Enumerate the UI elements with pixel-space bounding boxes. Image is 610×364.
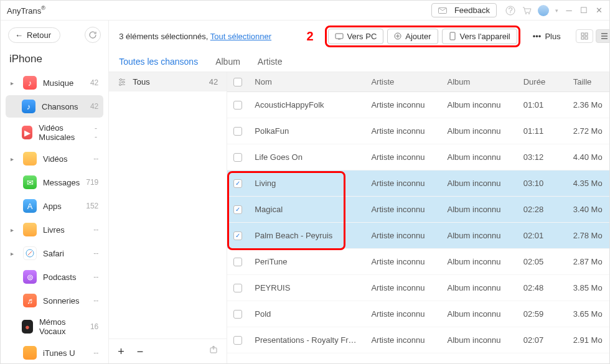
chevron-icon: ▸ xyxy=(11,156,17,162)
cell-size: 3.65 Mo xyxy=(567,304,610,324)
dropdown-icon[interactable]: ▾ xyxy=(555,7,558,14)
sidebar-item-mémos-vocaux[interactable]: ●Mémos Vocaux16 xyxy=(6,313,103,340)
sidebar-count: 719 xyxy=(86,178,98,187)
table-row[interactable]: LivingArtiste inconnuAlbum inconnu03:104… xyxy=(227,170,610,197)
cell-size: 2.91 Mo xyxy=(567,330,610,350)
row-checkbox[interactable] xyxy=(233,258,242,266)
sidebar-item-safari[interactable]: ▸Safari-- xyxy=(6,242,103,264)
select-all-link[interactable]: Tout sélectionner xyxy=(210,32,271,41)
to-pc-icon xyxy=(335,32,344,40)
minimize-button[interactable]: ─ xyxy=(565,6,573,15)
plus-icon xyxy=(394,32,401,40)
sidebar-item-vidéos-musicales[interactable]: ▶Vidéos Musicales-- xyxy=(6,119,103,146)
cell-size: 4.35 Mo xyxy=(567,174,610,193)
cell-duration: 03:10 xyxy=(517,174,567,193)
row-checkbox[interactable] xyxy=(233,284,242,292)
table-row[interactable]: PolkaFunArtiste inconnuAlbum inconnu01:1… xyxy=(227,118,610,144)
sidebar-item-livres[interactable]: ▸Livres-- xyxy=(6,218,103,241)
sidebar-label: Livres xyxy=(43,225,65,235)
add-button[interactable]: Ajouter xyxy=(387,29,438,44)
sidebar-label: Chansons xyxy=(42,102,78,111)
cell-artist: Artiste inconnu xyxy=(365,121,441,141)
sidebar-item-itunes-u[interactable]: iTunes U-- xyxy=(6,342,103,364)
col-duration[interactable]: Durée xyxy=(517,72,567,91)
sidebar-item-chansons[interactable]: ♪Chansons42 xyxy=(6,95,103,118)
table-row[interactable]: AcousticHappyFolkArtiste inconnuAlbum in… xyxy=(227,92,610,118)
mail-icon xyxy=(438,7,447,14)
sidebar-label: Podcasts xyxy=(43,273,76,282)
tab-album[interactable]: Album xyxy=(215,52,240,72)
to-device-button[interactable]: Vers l'appareil xyxy=(442,29,517,44)
cell-name: Palm Beach - Peyruis xyxy=(248,226,365,245)
refresh-button[interactable] xyxy=(85,27,101,43)
col-album[interactable]: Album xyxy=(441,72,517,91)
filter-column: Tous 42 + − xyxy=(109,72,227,364)
row-checkbox[interactable] xyxy=(233,179,242,188)
sidebar-item-podcasts[interactable]: ⊚Podcasts-- xyxy=(6,266,103,288)
cell-size: 2.78 Mo xyxy=(567,226,610,245)
sidebar-label: Apps xyxy=(43,202,62,211)
sidebar-item-musique[interactable]: ▸♪Musique42 xyxy=(6,72,103,94)
sidebar-item-messages[interactable]: ✉Messages719 xyxy=(6,171,103,194)
table-row[interactable]: MagicalArtiste inconnuAlbum inconnu02:28… xyxy=(227,197,610,223)
sidebar-label: Vidéos xyxy=(43,154,68,164)
row-checkbox[interactable] xyxy=(233,310,242,319)
sidebar-item-vidéos[interactable]: ▸Vidéos-- xyxy=(6,147,103,170)
add-playlist-button[interactable]: + xyxy=(118,345,124,358)
filter-all-row[interactable]: Tous 42 xyxy=(109,72,227,91)
avatar[interactable] xyxy=(538,5,549,16)
row-checkbox[interactable] xyxy=(233,336,242,345)
action-group-highlight: Vers PC Ajouter Vers l'appareil xyxy=(325,26,520,47)
svg-rect-8 xyxy=(450,32,455,40)
cell-album: Album inconnu xyxy=(441,121,517,141)
cell-name: AcousticHappyFolk xyxy=(248,95,365,114)
col-artist[interactable]: Artiste xyxy=(365,72,441,91)
cell-album: Album inconnu xyxy=(441,174,517,193)
select-all-checkbox[interactable] xyxy=(233,78,242,86)
table-row[interactable]: Life Goes OnArtiste inconnuAlbum inconnu… xyxy=(227,144,610,170)
tab-all-songs[interactable]: Toutes les chansons xyxy=(119,52,198,72)
help-icon[interactable]: ? xyxy=(505,6,515,16)
export-icon[interactable] xyxy=(209,345,218,358)
row-checkbox[interactable] xyxy=(233,231,242,240)
cell-name: PeriTune xyxy=(248,252,365,271)
list-view-button[interactable] xyxy=(596,29,610,43)
svg-rect-11 xyxy=(581,37,584,39)
tabs: Toutes les chansons Album Artiste xyxy=(109,52,610,72)
sidebar-label: Sonneries xyxy=(43,296,80,306)
feedback-button[interactable]: Feedback xyxy=(431,3,497,17)
svg-point-4 xyxy=(528,13,530,14)
row-checkbox[interactable] xyxy=(233,127,242,136)
tab-artist[interactable]: Artiste xyxy=(258,52,283,72)
sidebar-item-apps[interactable]: AApps152 xyxy=(6,195,103,217)
cell-size: 2.87 Mo xyxy=(567,252,610,271)
svg-rect-9 xyxy=(581,33,584,35)
row-checkbox[interactable] xyxy=(233,153,242,162)
table-row[interactable]: PoldArtiste inconnuAlbum inconnu02:593.6… xyxy=(227,301,610,327)
cart-icon[interactable] xyxy=(522,6,532,16)
sidebar-label: Musique xyxy=(43,78,73,88)
table-row[interactable]: Presentations - Royalty Free Cor...Artis… xyxy=(227,327,610,353)
table-row[interactable]: PeriTuneArtiste inconnuAlbum inconnu02:0… xyxy=(227,249,610,275)
songs-table: Nom Artiste Album Durée Taille 1 Acousti… xyxy=(227,72,610,364)
sidebar-item-sonneries[interactable]: ♬Sonneries-- xyxy=(6,289,103,312)
cell-duration: 02:01 xyxy=(517,226,567,245)
col-size[interactable]: Taille xyxy=(567,72,610,91)
filter-all-count: 42 xyxy=(209,77,218,86)
close-button[interactable]: ✕ xyxy=(594,6,603,15)
grid-view-button[interactable] xyxy=(576,29,593,43)
row-checkbox[interactable] xyxy=(233,101,242,110)
to-pc-button[interactable]: Vers PC xyxy=(328,29,384,44)
more-button[interactable]: ••• Plus xyxy=(533,32,561,41)
maximize-button[interactable]: ☐ xyxy=(580,6,588,15)
col-name[interactable]: Nom xyxy=(248,72,365,91)
more-label: Plus xyxy=(545,32,560,41)
table-row[interactable]: PEYRUISArtiste inconnuAlbum inconnu02:48… xyxy=(227,275,610,301)
remove-playlist-button[interactable]: − xyxy=(137,345,144,358)
back-button[interactable]: ← Retour xyxy=(8,27,60,43)
to-device-icon xyxy=(449,32,456,40)
row-checkbox[interactable] xyxy=(233,205,242,214)
table-row[interactable]: Palm Beach - PeyruisArtiste inconnuAlbum… xyxy=(227,223,610,249)
cell-album: Album inconnu xyxy=(441,278,517,297)
feedback-label: Feedback xyxy=(454,6,490,15)
